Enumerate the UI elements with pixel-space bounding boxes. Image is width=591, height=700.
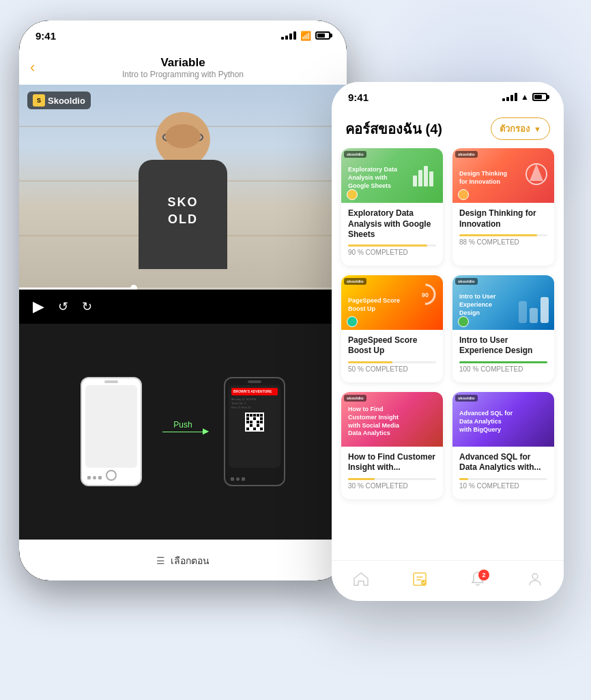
push-line (162, 432, 203, 432)
nav-bar: ‹ Variable Intro to Programming with Pyt… (19, 51, 347, 85)
thumb-avatar-4 (458, 316, 469, 327)
progress-bar-fill-2 (459, 234, 537, 236)
video-controls: ▶ ↺ ↻ (19, 290, 347, 324)
thumb-label-3: skooldio (344, 278, 366, 285)
progress-container-4: 100 % COMPLETED (459, 361, 547, 373)
battery-icon-back (315, 31, 330, 40)
thumb-label-6: skooldio (455, 395, 478, 402)
rewind-button[interactable]: ↺ (58, 299, 68, 314)
mini-phone-screen-left (85, 385, 137, 468)
scene: 9:41 📶 ‹ Vari (0, 0, 591, 700)
progress-container-1: 90 % COMPLETED (348, 244, 436, 256)
course-name-5: How to Find Customer Insight with... (348, 452, 436, 474)
front-bar3 (510, 95, 513, 101)
qr-code (245, 412, 264, 432)
progress-text-6: 10 % COMPLETED (459, 482, 547, 490)
progress-bar-fill-1 (348, 244, 427, 247)
status-time-front: 9:41 (348, 92, 369, 103)
progress-bar-bg-3 (348, 361, 436, 363)
course-thumb-4: skooldio Intro to User Experience Design (452, 275, 554, 330)
instructor: SKO OLD (121, 112, 244, 290)
bottom-nav: 2 (332, 560, 564, 601)
bar2 (285, 36, 288, 40)
progress-container-3: 50 % COMPLETED (348, 361, 436, 373)
progress-bar-fill-3 (348, 361, 392, 363)
thumb-chart-4 (517, 294, 551, 327)
progress-text-3: 50 % COMPLETED (348, 365, 436, 373)
bar4 (293, 31, 296, 40)
front-bar2 (506, 97, 509, 101)
status-bar-back: 9:41 📶 (19, 20, 347, 51)
front-bar4 (515, 93, 517, 101)
thumb-chart-1 (412, 160, 439, 191)
content-area: Push BROWN'S ADVENTURE Monday 11, 8:00PM… (19, 324, 347, 540)
back-button[interactable]: ‹ (30, 59, 35, 76)
svg-rect-7 (519, 301, 527, 323)
progress-bar-bg-4 (459, 361, 547, 363)
thumb-title-6: Advanced SQL for Data Analytics with Big… (459, 410, 514, 434)
instructor-body: SKO OLD (139, 160, 227, 269)
mini-phone-bottom-icons (87, 476, 102, 479)
mini-phone-notch-right (248, 380, 261, 383)
svg-rect-0 (413, 176, 417, 186)
battery-fill-front (534, 95, 542, 99)
course-name-6: Advanced SQL for Data Analytics with... (459, 452, 547, 474)
progress-text-2: 88 % COMPLETED (459, 238, 547, 246)
thumb-overlay-6: skooldio Advanced SQL for Data Analytics… (452, 392, 554, 447)
notification-badge: 2 (478, 570, 489, 580)
instructor-head (156, 112, 210, 167)
nav-home[interactable] (353, 572, 369, 591)
mini-phone-home-left (106, 470, 117, 481)
nav-courses[interactable] (412, 572, 428, 591)
progress-bar-bg-1 (348, 244, 436, 247)
profile-icon (528, 571, 543, 591)
mini-phone-screen-right: BROWN'S ADVENTURE Monday 11, 8:00PMTicke… (229, 385, 280, 468)
thumb-chart-3: 90 (412, 281, 439, 318)
course-card-5[interactable]: skooldio How to Find Customer Insight wi… (341, 392, 443, 499)
course-card-3[interactable]: skooldio PageSpeed Score Boost Up 90 (341, 275, 443, 382)
courses-header: คอร์สของฉัน (4) ตัวกรอง ▼ (332, 112, 564, 148)
signal-icons-front: ▲ (502, 92, 547, 102)
course-card-2[interactable]: skooldio Design Thinking for Innovation (452, 148, 554, 266)
course-info-2: Design Thinking for Innovation 88 % COMP… (452, 203, 554, 255)
svg-point-12 (532, 574, 538, 579)
phone-front: 9:41 ▲ คอร์สของฉัน (4) (332, 82, 564, 601)
front-bar1 (502, 98, 505, 101)
course-thumb-3: skooldio PageSpeed Score Boost Up 90 (341, 275, 443, 330)
forward-button[interactable]: ↻ (82, 299, 92, 314)
progress-text-5: 30 % COMPLETED (348, 482, 436, 490)
bottom-bar-back: ☰ เลือกตอน (19, 540, 347, 580)
course-info-6: Advanced SQL for Data Analytics with... … (452, 447, 554, 499)
video-scrubber[interactable] (130, 285, 137, 290)
filter-button[interactable]: ตัวกรอง ▼ (491, 117, 550, 140)
skooldio-label: Skooldio (48, 96, 85, 106)
play-button[interactable]: ▶ (33, 298, 44, 316)
course-name-2: Design Thinking for Innovation (459, 208, 547, 230)
courses-scroll[interactable]: skooldio Exploratory Data Analysis with … (332, 148, 564, 560)
thumb-label-2: skooldio (455, 151, 478, 158)
svg-rect-2 (424, 166, 428, 186)
course-name-3: PageSpeed Score Boost Up (348, 335, 436, 357)
glasses (162, 132, 203, 142)
course-thumb-2: skooldio Design Thinking for Innovation (452, 148, 554, 203)
phone-back: 9:41 📶 ‹ Vari (19, 20, 347, 580)
course-thumb-5: skooldio How to Find Customer Insight wi… (341, 392, 443, 447)
course-card-4[interactable]: skooldio Intro to User Experience Design (452, 275, 554, 382)
nav-profile[interactable] (528, 571, 543, 591)
nav-notifications[interactable]: 2 (470, 571, 485, 591)
thumb-title-3: PageSpeed Score Boost Up (348, 297, 403, 313)
course-card-1[interactable]: skooldio Exploratory Data Analysis with … (341, 148, 443, 266)
progress-bar-fill-6 (459, 478, 468, 480)
battery-icon-front (532, 93, 547, 101)
push-arrow: Push (162, 432, 203, 432)
phone-diagram: Push BROWN'S ADVENTURE Monday 11, 8:00PM… (67, 363, 299, 500)
battery-fill-back (317, 33, 325, 38)
progress-text-1: 90 % COMPLETED (348, 249, 436, 256)
video-area: SKO OLD S Skooldio (19, 85, 347, 290)
course-card-6[interactable]: skooldio Advanced SQL for Data Analytics… (452, 392, 554, 499)
mini-phone-left (81, 377, 142, 486)
episode-label[interactable]: เลือกตอน (171, 553, 210, 568)
shirt-text: SKO OLD (167, 194, 198, 228)
course-thumb-6: skooldio Advanced SQL for Data Analytics… (452, 392, 554, 447)
svg-rect-9 (540, 297, 549, 323)
